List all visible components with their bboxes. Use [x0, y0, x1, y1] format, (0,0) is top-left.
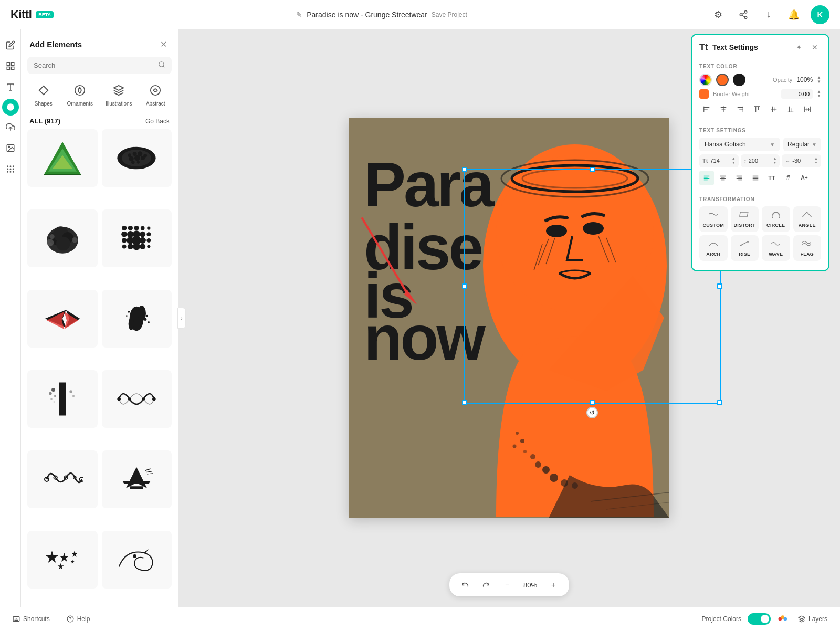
svg-point-73 [144, 318, 146, 321]
avatar[interactable]: K [811, 5, 830, 24]
transform-custom-button[interactable]: CUSTOM [699, 206, 728, 232]
project-title[interactable]: Paradise is now - Grunge Streetwear [307, 10, 427, 19]
element-item[interactable] [27, 370, 98, 428]
sidebar-icon-text[interactable] [1, 78, 20, 97]
element-item[interactable] [102, 290, 172, 348]
align-center-icon[interactable] [716, 102, 731, 117]
align-right-icon[interactable] [733, 102, 748, 117]
line-height-stepper[interactable]: ▲ ▼ [773, 156, 776, 165]
svg-rect-177 [740, 212, 748, 216]
transform-grid: CUSTOM DISTORT CIRCLE [699, 206, 821, 261]
sidebar-icon-elements[interactable] [2, 99, 19, 116]
close-panel-button[interactable]: ✕ [157, 38, 170, 50]
align-right-text-button[interactable] [732, 171, 747, 185]
settings-icon[interactable]: ⚙ [710, 6, 727, 23]
element-item[interactable] [27, 531, 98, 589]
align-left-text-button[interactable] [699, 171, 714, 185]
canvas[interactable]: Para dise is now [349, 118, 669, 518]
letter-spacing-stepper[interactable]: ▲ ▼ [814, 156, 818, 165]
justify-text-button[interactable] [748, 171, 763, 185]
transform-flag-button[interactable]: FLAG [793, 235, 822, 261]
ligatures-button[interactable]: fi [781, 171, 795, 185]
main-area: Add Elements ✕ Shapes Orn [0, 29, 840, 607]
font-size-stepper[interactable]: ▲ ▼ [732, 156, 736, 165]
element-item[interactable] [102, 209, 172, 267]
download-icon[interactable]: ↓ [760, 6, 777, 23]
sidebar-icon-edit[interactable] [1, 36, 20, 55]
notifications-icon[interactable]: 🔔 [785, 6, 802, 23]
flag-label: FLAG [800, 251, 814, 257]
font-weight-selector[interactable]: Regular ▼ [783, 138, 821, 151]
transform-distort-button[interactable]: DISTORT [731, 206, 759, 232]
go-back-button[interactable]: Go Back [145, 118, 170, 125]
category-tab-shapes[interactable]: Shapes [27, 80, 59, 111]
svg-point-83 [53, 401, 55, 403]
element-item[interactable] [27, 129, 98, 187]
element-item[interactable] [102, 370, 172, 428]
element-item[interactable] [102, 531, 172, 589]
selection-handle-br[interactable] [717, 400, 722, 405]
element-item[interactable] [102, 129, 172, 187]
border-value-input[interactable] [781, 89, 813, 99]
search-icon [158, 61, 165, 70]
zoom-out-button[interactable]: − [500, 578, 514, 592]
panel-header: Add Elements ✕ [21, 29, 178, 57]
search-container [21, 57, 178, 80]
sidebar-icon-upload[interactable] [1, 118, 20, 136]
svg-point-63 [140, 237, 146, 244]
sparkle-icon[interactable]: ✦ [793, 41, 805, 54]
align-top-icon[interactable] [750, 102, 764, 117]
align-middle-icon[interactable] [766, 102, 781, 117]
transform-arch-button[interactable]: ARCH [699, 235, 728, 261]
redo-button[interactable] [479, 578, 494, 592]
category-tab-abstract[interactable]: Abstract [140, 80, 172, 111]
layers-button[interactable]: Layers [794, 613, 832, 625]
project-colors-toggle[interactable] [748, 613, 771, 625]
align-left-icon[interactable] [699, 102, 714, 117]
color-black-swatch[interactable] [733, 74, 746, 86]
sidebar-icon-photos[interactable] [1, 139, 20, 158]
font-selector[interactable]: Hansa Gotisch ▼ [699, 138, 780, 151]
selection-handle-mr[interactable] [717, 284, 722, 289]
sidebar-icon-grid[interactable] [1, 160, 20, 178]
help-button[interactable]: Help [62, 613, 94, 625]
transform-rise-button[interactable]: RISE [731, 235, 759, 261]
distribute-icon[interactable] [800, 102, 815, 117]
element-item[interactable] [27, 209, 98, 267]
arch-transform-icon [708, 239, 719, 248]
layers-label: Layers [808, 615, 827, 623]
uppercase-button[interactable]: TT [764, 171, 779, 185]
transform-angle-button[interactable]: ANGLE [793, 206, 822, 232]
undo-button[interactable] [458, 578, 472, 592]
panel-collapse-button[interactable]: › [177, 308, 186, 329]
shortcuts-button[interactable]: Shortcuts [8, 613, 54, 625]
element-item[interactable] [102, 450, 172, 508]
search-input[interactable] [34, 61, 154, 69]
illustrations-label: Illustrations [106, 101, 132, 107]
text-settings-icon: Tt [699, 42, 708, 53]
svg-point-122 [520, 439, 524, 443]
element-item[interactable] [27, 290, 98, 348]
border-stepper[interactable]: ▲ ▼ [817, 90, 821, 98]
border-color-swatch[interactable] [699, 89, 709, 99]
color-orange-swatch[interactable] [716, 74, 729, 86]
align-bottom-icon[interactable] [783, 102, 798, 117]
align-center-text-button[interactable] [716, 171, 730, 185]
weight-dropdown-icon: ▼ [812, 142, 817, 148]
edit-title-icon[interactable]: ✎ [296, 10, 302, 19]
opacity-stepper[interactable]: ▲ ▼ [817, 76, 821, 84]
category-tab-illustrations[interactable]: Illustrations [100, 80, 138, 111]
color-gradient-swatch[interactable] [699, 74, 712, 86]
transform-wave-button[interactable]: WAVE [762, 235, 790, 261]
close-settings-button[interactable]: ✕ [808, 41, 821, 54]
transform-circle-button[interactable]: CIRCLE [762, 206, 790, 232]
svg-rect-7 [7, 67, 9, 70]
category-tab-ornaments[interactable]: Ornaments [61, 80, 98, 111]
alt-characters-button[interactable]: A+ [797, 171, 812, 185]
save-project-button[interactable]: Save Project [432, 11, 467, 18]
svg-point-187 [783, 617, 787, 621]
sidebar-icon-layers[interactable] [1, 57, 20, 76]
element-item[interactable] [27, 450, 98, 508]
zoom-in-button[interactable]: + [546, 578, 561, 592]
share-icon[interactable] [735, 6, 752, 23]
